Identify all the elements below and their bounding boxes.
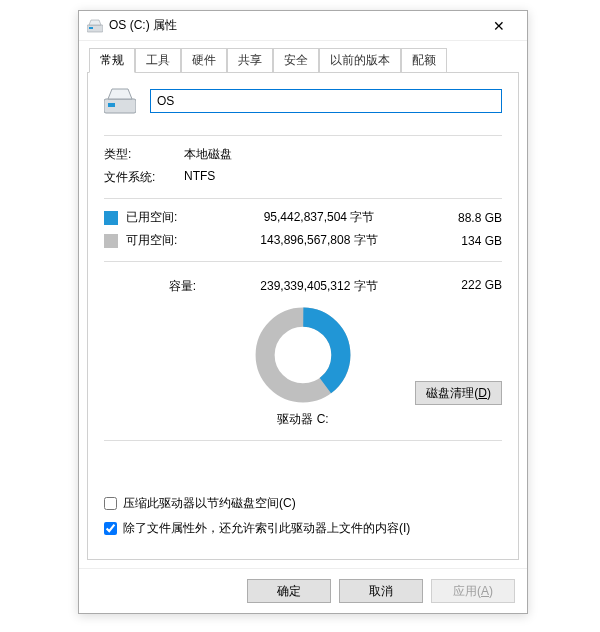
tabstrip: 常规 工具 硬件 共享 安全 以前的版本 配额	[87, 48, 519, 73]
free-label: 可用空间:	[126, 232, 206, 249]
name-row	[104, 87, 502, 115]
compress-checkbox[interactable]	[104, 497, 117, 510]
capacity-bytes: 239,339,405,312 字节	[206, 278, 432, 295]
free-gb: 134 GB	[432, 234, 502, 248]
filesystem-value: NTFS	[184, 169, 215, 186]
tab-tools[interactable]: 工具	[135, 48, 181, 73]
index-label: 除了文件属性外，还允许索引此驱动器上文件的内容(I)	[123, 520, 410, 537]
drive-name-input[interactable]	[150, 89, 502, 113]
general-panel: 类型: 本地磁盘 文件系统: NTFS 已用空间: 95,442,837,504…	[87, 72, 519, 560]
type-row: 类型: 本地磁盘	[104, 146, 502, 163]
tab-previous-versions[interactable]: 以前的版本	[319, 48, 401, 73]
separator	[104, 440, 502, 441]
compress-checkbox-row[interactable]: 压缩此驱动器以节约磁盘空间(C)	[104, 495, 502, 512]
used-swatch	[104, 211, 118, 225]
filesystem-label: 文件系统:	[104, 169, 184, 186]
free-space-row: 可用空间: 143,896,567,808 字节 134 GB	[104, 232, 502, 249]
checks-group: 压缩此驱动器以节约磁盘空间(C) 除了文件属性外，还允许索引此驱动器上文件的内容…	[104, 485, 502, 545]
svg-rect-1	[89, 27, 93, 29]
svg-rect-3	[108, 103, 115, 107]
type-label: 类型:	[104, 146, 184, 163]
drive-caption: 驱动器 C:	[277, 411, 328, 428]
apply-button[interactable]: 应用(A)	[431, 579, 515, 603]
used-label: 已用空间:	[126, 209, 206, 226]
type-value: 本地磁盘	[184, 146, 232, 163]
free-swatch	[104, 234, 118, 248]
capacity-gb: 222 GB	[432, 278, 502, 295]
index-checkbox-row[interactable]: 除了文件属性外，还允许索引此驱动器上文件的内容(I)	[104, 520, 502, 537]
index-checkbox[interactable]	[104, 522, 117, 535]
drive-icon	[87, 19, 103, 33]
properties-dialog: OS (C:) 属性 ✕ 常规 工具 硬件 共享 安全 以前的版本 配额	[78, 10, 528, 614]
button-bar: 确定 取消 应用(A)	[79, 568, 527, 613]
free-bytes: 143,896,567,808 字节	[206, 232, 432, 249]
drive-icon-large	[104, 87, 136, 115]
filesystem-row: 文件系统: NTFS	[104, 169, 502, 186]
compress-label: 压缩此驱动器以节约磁盘空间(C)	[123, 495, 296, 512]
disk-cleanup-button[interactable]: 磁盘清理(D)	[415, 381, 502, 405]
close-button[interactable]: ✕	[479, 12, 519, 40]
tab-security[interactable]: 安全	[273, 48, 319, 73]
apply-label: 应用(A)	[453, 584, 493, 598]
capacity-label: 容量:	[104, 278, 206, 295]
ok-button[interactable]: 确定	[247, 579, 331, 603]
usage-donut-chart	[253, 305, 353, 405]
separator	[104, 261, 502, 262]
tab-hardware[interactable]: 硬件	[181, 48, 227, 73]
used-bytes: 95,442,837,504 字节	[206, 209, 432, 226]
disk-cleanup-label: 磁盘清理(D)	[426, 386, 491, 400]
cancel-button[interactable]: 取消	[339, 579, 423, 603]
used-gb: 88.8 GB	[432, 211, 502, 225]
usage-chart-row: 磁盘清理(D)	[104, 305, 502, 405]
used-space-row: 已用空间: 95,442,837,504 字节 88.8 GB	[104, 209, 502, 226]
tab-general[interactable]: 常规	[89, 48, 135, 73]
capacity-row: 容量: 239,339,405,312 字节 222 GB	[104, 278, 502, 295]
titlebar: OS (C:) 属性 ✕	[79, 11, 527, 41]
tab-sharing[interactable]: 共享	[227, 48, 273, 73]
usage-chart-wrap: 磁盘清理(D) 驱动器 C:	[104, 305, 502, 428]
tab-quota[interactable]: 配额	[401, 48, 447, 73]
close-icon: ✕	[493, 18, 505, 34]
content-area: 常规 工具 硬件 共享 安全 以前的版本 配额 类型	[79, 41, 527, 568]
window-title: OS (C:) 属性	[109, 17, 479, 34]
separator	[104, 135, 502, 136]
separator	[104, 198, 502, 199]
